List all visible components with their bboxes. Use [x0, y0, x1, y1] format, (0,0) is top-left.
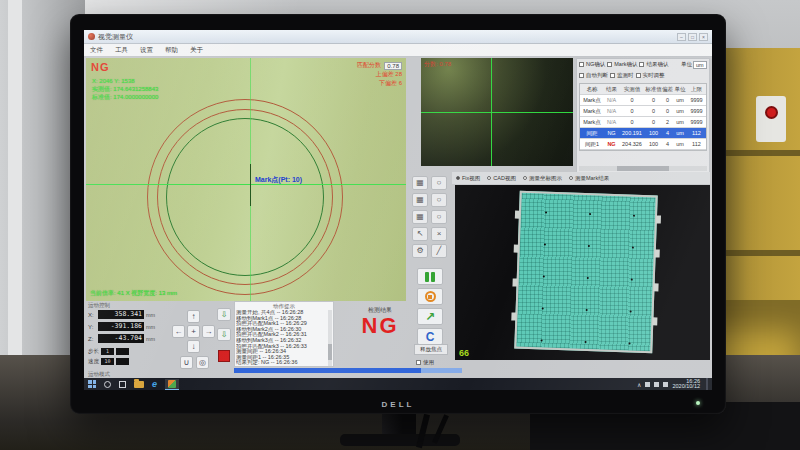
ng-confirm-checkbox[interactable]	[579, 62, 584, 67]
action-log-list: 测量开始, 共4点 -- 16:26:28 移动到Mark1点 -- 16:26…	[236, 310, 328, 366]
speed-value[interactable]: 10	[101, 358, 114, 365]
menu-settings[interactable]: 设置	[140, 46, 153, 55]
maximize-button[interactable]: □	[688, 33, 697, 41]
step-label: 步长	[88, 348, 99, 355]
network-icon[interactable]	[645, 382, 650, 387]
window-titlebar: 视觉测量仪 – □ ×	[84, 30, 712, 44]
table-row[interactable]: Mark点N/A 00 0um 9999	[580, 106, 706, 117]
status-bar-text: 运动模式	[88, 371, 110, 378]
pcb-panel-map	[514, 191, 657, 354]
jog-left-button[interactable]: ←	[172, 325, 185, 338]
action-log-panel[interactable]: 动作提示 测量开始, 共4点 -- 16:26:28 移动到Mark1点 -- …	[234, 301, 334, 367]
background-pillar	[8, 0, 22, 360]
standard-readout: 标准值: 174.0000000000	[92, 93, 158, 101]
menu-tools[interactable]: 工具	[115, 46, 128, 55]
close-button[interactable]: ×	[699, 33, 708, 41]
clear-button[interactable]: C	[417, 328, 443, 345]
minimize-button[interactable]: –	[677, 33, 686, 41]
speed-value-2[interactable]	[116, 358, 129, 365]
circle-tool-icon[interactable]: ○	[431, 193, 447, 207]
gripper-icon-button[interactable]: ∪	[180, 356, 193, 369]
file-explorer-icon[interactable]	[134, 381, 144, 388]
tab-mark-result-view[interactable]: 测量Mark结果	[569, 175, 609, 182]
monitor-checkbox[interactable]	[610, 73, 615, 78]
step-value-2[interactable]	[116, 348, 129, 355]
window-title: 视觉测量仪	[98, 32, 133, 42]
circle-tool-icon[interactable]: ○	[431, 210, 447, 224]
step-value[interactable]: 1	[101, 348, 114, 355]
line-tool-icon[interactable]: ╱	[431, 244, 447, 258]
table-row-selected[interactable]: 间距NG 200.191100 4um 112	[580, 128, 706, 139]
load-action-button[interactable]: ⇩	[217, 308, 231, 321]
table-row[interactable]: Mark点N/A 00 2um 9999	[580, 117, 706, 128]
grid-tool-icon[interactable]: ▦	[412, 210, 428, 224]
settings-gear-icon[interactable]: ⚙	[412, 244, 428, 258]
radio-icon	[456, 176, 460, 180]
result-value: NG	[342, 313, 418, 339]
show-desktop-button[interactable]	[706, 378, 708, 390]
grid-tool-icon[interactable]: ▦	[412, 193, 428, 207]
mark-confirm-checkbox[interactable]	[607, 62, 612, 67]
ellipse-tool-icon[interactable]: ○	[431, 176, 447, 190]
start-button-icon[interactable]	[88, 380, 96, 388]
power-led	[696, 401, 700, 405]
release-focus-button[interactable]: 释放焦点	[414, 344, 448, 355]
menu-bar: 文件 工具 设置 帮助 关于	[84, 44, 712, 57]
grid-view-icon[interactable]: ▦	[412, 176, 428, 190]
save-action-button[interactable]: ⇩	[217, 328, 231, 341]
menu-about[interactable]: 关于	[190, 46, 203, 55]
offset-y-readout: 下偏差 6	[379, 79, 402, 88]
edge-browser-icon[interactable]: e	[152, 380, 157, 389]
log-scrollbar[interactable]	[328, 310, 332, 366]
table-horizontal-scrollbar[interactable]	[579, 166, 707, 171]
volume-icon[interactable]	[654, 382, 659, 387]
task-view-icon[interactable]	[119, 381, 126, 388]
active-app-taskbar-icon[interactable]	[165, 379, 179, 390]
stop-motion-button[interactable]	[218, 350, 230, 362]
jump-button[interactable]: ↗	[417, 308, 443, 325]
auto-judge-label: 自动判断	[586, 72, 608, 79]
menu-file[interactable]: 文件	[90, 46, 103, 55]
speed-label: 速度	[88, 358, 99, 365]
taskbar-clock[interactable]: 16:26 2020/10/12	[672, 379, 700, 390]
tab-coordinate-view[interactable]: 测量坐标图示	[523, 175, 562, 182]
monitor-stand-base	[340, 434, 460, 446]
windows-taskbar: e ∧ 16:26 2020/10/12	[84, 378, 712, 390]
menu-help[interactable]: 帮助	[165, 46, 178, 55]
use-checkbox[interactable]	[416, 360, 421, 365]
table-row[interactable]: Mark点N/A 00 0um 9999	[580, 95, 706, 106]
select-arrow-icon[interactable]: ↖	[412, 227, 428, 241]
stop-button[interactable]	[417, 288, 443, 305]
estop-panel	[756, 96, 786, 142]
search-icon[interactable]	[104, 381, 111, 388]
log-entry[interactable]: 结果判定: NG -- 16:26:36	[236, 360, 328, 366]
tray-chevron-icon[interactable]: ∧	[637, 381, 641, 388]
tab-cad-view[interactable]: CAD视图	[487, 175, 516, 182]
z-axis-value: -43.704	[98, 334, 144, 343]
jog-right-button[interactable]: →	[202, 325, 215, 338]
jog-center-button[interactable]: +	[187, 325, 200, 338]
target-icon-button[interactable]: ◎	[196, 356, 209, 369]
tab-fix-view[interactable]: Fix视图	[456, 175, 480, 182]
language-icon[interactable]	[663, 382, 668, 387]
app-icon	[88, 33, 95, 40]
auto-judge-checkbox[interactable]	[579, 73, 584, 78]
map-view-tabs: Fix视图 CAD视图 测量坐标图示 测量Mark结果	[452, 172, 710, 184]
jog-down-button[interactable]: ↓	[187, 340, 200, 353]
secondary-camera-view[interactable]: 分数: 0.78	[421, 58, 573, 166]
monitor: DELL 视觉测量仪 – □ × 文件 工具 设置 帮助 关于	[70, 14, 726, 414]
tool-column: ▦ ○ ▦ ○ ▦ ○ ↖ × ⚙ ╱ ↗	[412, 176, 450, 372]
match-score-value[interactable]: 0.78	[384, 62, 402, 70]
main-camera-view[interactable]: NG X: 2046 Y: 1538 实测值: 174.6431258843 标…	[86, 58, 406, 301]
start-pause-button[interactable]	[417, 268, 443, 285]
unit-select[interactable]: um	[693, 61, 707, 69]
panel-map-view[interactable]: 66	[455, 185, 710, 360]
jog-up-button[interactable]: ↑	[187, 310, 200, 323]
match-score-label: 匹配分数	[357, 61, 381, 70]
realtime-adjust-checkbox[interactable]	[636, 73, 641, 78]
ng-confirm-label: NG确认	[586, 61, 605, 68]
crosshair-center-tick	[250, 164, 251, 206]
table-row[interactable]: 间距1NG 204.326100 4um 112	[580, 139, 706, 150]
delete-tool-icon[interactable]: ×	[431, 227, 447, 241]
result-confirm-checkbox[interactable]	[639, 62, 644, 67]
